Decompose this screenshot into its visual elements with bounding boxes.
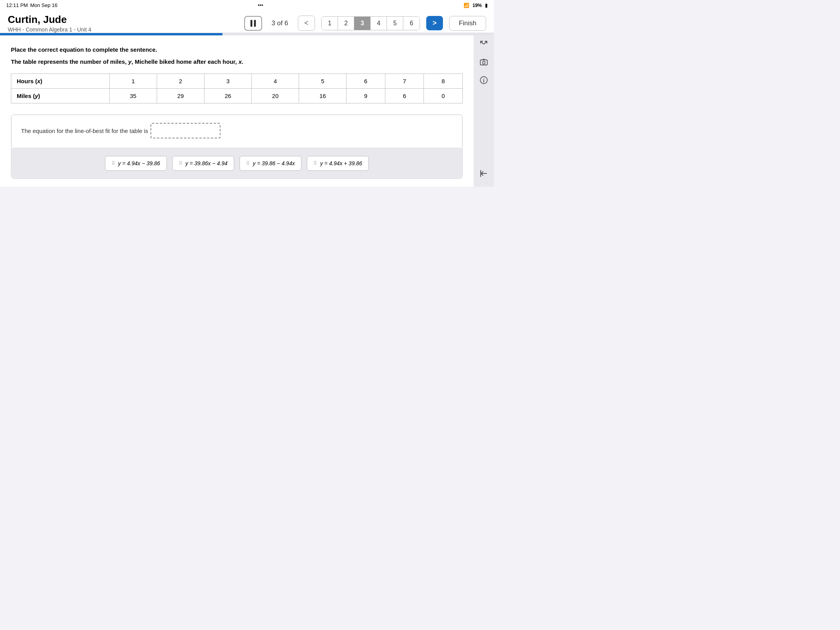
answer-choice-4[interactable]: ⠿ y = 4.94x + 39.86 (307, 156, 369, 171)
status-bar-left: 12:11 PM Mon Sep 16 (6, 2, 58, 8)
answer-area: ⠿ y = 4.94x − 39.86 ⠿ y = 39.86x − 4.94 … (11, 148, 462, 178)
table-miles-7: 6 (385, 89, 424, 103)
page-btn-3[interactable]: 3 (354, 17, 371, 30)
wifi-icon: 📶 (464, 3, 469, 8)
question-instruction: Place the correct equation to complete t… (11, 46, 463, 53)
page-btn-2[interactable]: 2 (338, 17, 354, 30)
expand-icon[interactable] (480, 40, 488, 49)
collapse-sidebar-icon[interactable] (480, 170, 488, 182)
svg-point-1 (483, 61, 485, 64)
main-content: Place the correct equation to complete t… (0, 35, 474, 187)
drop-sentence: The equation for the line-of-best fit fo… (21, 123, 453, 138)
header: Curtin, Jude WHH - Common Algebra 1 - Un… (0, 10, 494, 33)
camera-icon[interactable] (480, 58, 488, 66)
table-miles-3: 26 (204, 89, 252, 103)
finish-label: Finish (459, 19, 476, 27)
drop-area: The equation for the line-of-best fit fo… (11, 115, 462, 148)
table-miles-6: 9 (346, 89, 385, 103)
table-hour-5: 5 (299, 74, 346, 89)
page-btn-1[interactable]: 1 (322, 17, 338, 30)
finish-button[interactable]: Finish (449, 16, 486, 31)
right-sidebar (474, 35, 494, 187)
page-btn-4[interactable]: 4 (371, 17, 387, 30)
table-hour-8: 8 (424, 74, 463, 89)
page-btn-5[interactable]: 5 (387, 17, 403, 30)
table-miles-5: 16 (299, 89, 346, 103)
svg-point-3 (483, 79, 484, 79)
content-area: Place the correct equation to complete t… (0, 35, 494, 187)
table-header-hours: Hours (x) (11, 74, 110, 89)
table-hour-2: 2 (157, 74, 204, 89)
page-btn-6[interactable]: 6 (403, 17, 420, 30)
drop-zone[interactable] (150, 123, 220, 138)
table-hour-6: 6 (346, 74, 385, 89)
page-of-label: 3 of 6 (268, 19, 292, 27)
status-bar-center: ••• (258, 2, 263, 8)
info-icon[interactable] (480, 76, 488, 84)
table-hour-3: 3 (204, 74, 252, 89)
table-hour-4: 4 (252, 74, 299, 89)
answer-math-4: y = 4.94x + 39.86 (320, 160, 362, 166)
next-button[interactable]: > (426, 16, 443, 30)
table-miles-4: 20 (252, 89, 299, 103)
day: Mon Sep 16 (30, 2, 58, 8)
student-info: Curtin, Jude WHH - Common Algebra 1 - Un… (8, 14, 91, 33)
question-block: The equation for the line-of-best fit fo… (11, 114, 463, 179)
drag-handle-2: ⠿ (179, 161, 182, 166)
answer-choice-3[interactable]: ⠿ y = 39.86 − 4.94x (240, 156, 301, 171)
drag-handle-3: ⠿ (246, 161, 250, 166)
answer-math-3: y = 39.86 − 4.94x (253, 160, 295, 166)
page-buttons: 1 2 3 4 5 6 (321, 16, 420, 30)
next-icon: > (432, 19, 437, 27)
answer-math-2: y = 39.86x − 4.94 (186, 160, 228, 166)
table-miles-1: 35 (109, 89, 157, 103)
table-header-miles: Miles (y) (11, 89, 110, 103)
header-controls: 3 of 6 < 1 2 3 4 5 6 > Finish (244, 16, 486, 31)
course-name: WHH - Common Algebra 1 - Unit 4 (8, 26, 91, 33)
table-miles-8: 0 (424, 89, 463, 103)
table-hour-1: 1 (109, 74, 157, 89)
sentence-pre: The equation for the line-of-best fit fo… (21, 128, 148, 134)
table-hour-7: 7 (385, 74, 424, 89)
answer-math-1: y = 4.94x − 39.86 (118, 160, 160, 166)
question-description: The table represents the number of miles… (11, 58, 463, 65)
answer-choice-2[interactable]: ⠿ y = 39.86x − 4.94 (172, 156, 234, 171)
pause-bar-left (250, 20, 252, 27)
prev-button[interactable]: < (298, 16, 315, 31)
battery-text: 19% (472, 3, 482, 8)
pause-button[interactable] (244, 16, 262, 31)
answer-choice-1[interactable]: ⠿ y = 4.94x − 39.86 (105, 156, 167, 171)
status-bar-right: 📶 19% ▮ (464, 2, 488, 8)
prev-icon: < (304, 19, 309, 27)
ellipsis: ••• (258, 2, 263, 8)
drag-handle-1: ⠿ (112, 161, 115, 166)
drag-handle-4: ⠿ (313, 161, 317, 166)
time: 12:11 PM (6, 2, 28, 8)
battery-icon: ▮ (485, 2, 488, 8)
table-miles-2: 29 (157, 89, 204, 103)
pause-bar-right (254, 20, 256, 27)
data-table: Hours (x) 1 2 3 4 5 6 7 8 Miles (y) 35 2… (11, 74, 463, 103)
student-name: Curtin, Jude (8, 14, 91, 26)
status-bar: 12:11 PM Mon Sep 16 ••• 📶 19% ▮ (0, 0, 494, 10)
